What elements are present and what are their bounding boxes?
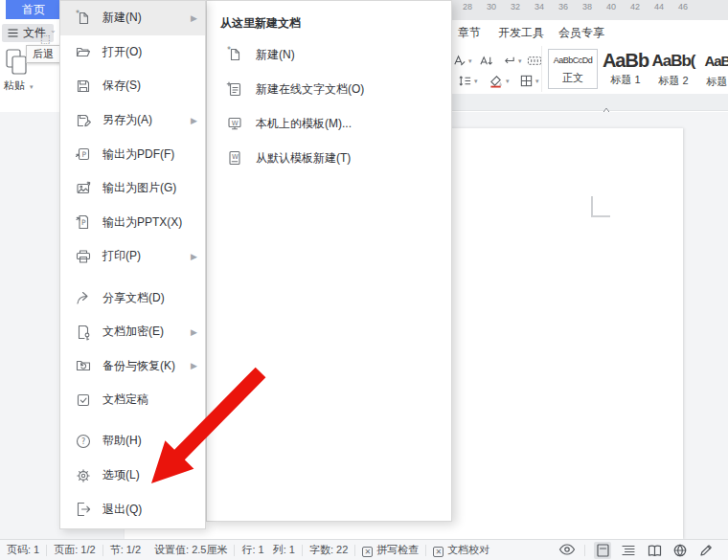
text-tool-icon[interactable]: ▾	[452, 54, 472, 68]
ruler-number: 30	[485, 2, 498, 11]
menu-group-divider	[60, 274, 205, 281]
status-word-count[interactable]: 字数: 22	[303, 543, 354, 557]
menu-item-open[interactable]: 打开(O)	[60, 35, 205, 70]
menu-item-print[interactable]: 打印(P) ▶	[60, 239, 205, 274]
status-line: 行: 1	[235, 543, 270, 557]
paragraph-marks-icon[interactable]	[527, 54, 542, 68]
ruler-number: 28	[461, 2, 474, 11]
submenu-arrow-icon: ▶	[191, 327, 197, 337]
svg-text:?: ?	[81, 437, 85, 446]
submenu-item-label: 从默认模板新建(T)	[256, 150, 351, 167]
style-sample: AaBb	[602, 49, 649, 72]
status-column: 列: 1	[271, 543, 302, 557]
menu-item-label: 文档加密(E)	[102, 324, 191, 340]
sort-icon[interactable]	[479, 54, 493, 68]
style-name: 标题 1	[602, 73, 649, 87]
submenu-arrow-icon: ▶	[191, 13, 197, 23]
style-heading2[interactable]: AaBb( 标题 2	[649, 49, 697, 89]
help-icon: ?	[75, 433, 92, 450]
menu-item-save[interactable]: 保存(S)	[60, 69, 205, 103]
wps-writer-window: 章节 开发工具 会员专享 查找命令、搜索模板 ▾ ▾ ▾ ▾ ▾	[0, 0, 728, 560]
submenu-item-label: 新建(N)	[256, 47, 295, 63]
ruler-number: 36	[557, 2, 570, 11]
ruler-number: 44	[652, 2, 666, 11]
page-view-icon[interactable]	[594, 542, 611, 559]
margin-corner-mark	[591, 196, 610, 217]
submenu-item-label: 本机上的模板(M)...	[256, 116, 352, 132]
new-doc-icon: *	[226, 46, 243, 63]
line-spacing-icon[interactable]: ▾	[458, 74, 478, 88]
menu-item-save-as[interactable]: 另存为(A) ▶	[60, 103, 205, 138]
online-doc-icon	[226, 80, 243, 98]
status-page-number: 页码: 1	[0, 543, 46, 557]
submenu-arrow-icon: ▶	[191, 116, 197, 125]
ink-pencil-icon[interactable]	[697, 542, 715, 559]
menu-item-label: 输出为PPTX(X)	[102, 214, 197, 231]
backup-restore-icon	[75, 357, 92, 374]
outline-view-icon[interactable]	[620, 542, 637, 559]
menu-item-exit[interactable]: 退出(Q)	[60, 492, 205, 526]
proofread-icon: ✕	[433, 547, 444, 557]
status-separator	[584, 545, 585, 556]
share-icon	[75, 289, 92, 306]
menu-item-share[interactable]: 分享文档(D)	[60, 280, 205, 315]
menu-item-export-pptx[interactable]: P 输出为PPTX(X)	[60, 206, 205, 240]
style-heading3[interactable]: AaBb 标题 3	[697, 49, 728, 89]
tab-section[interactable]: 章节	[458, 20, 481, 46]
ruler-number: 32	[509, 2, 522, 11]
borders-icon[interactable]: ▾	[519, 74, 539, 88]
folder-open-icon	[75, 43, 92, 60]
wrap-mark-icon[interactable]: ▾	[502, 54, 522, 68]
style-sample: AaBb(	[649, 49, 697, 73]
eye-protection-icon[interactable]	[558, 543, 576, 558]
submenu-item-local-template[interactable]: W 本机上的模板(M)...	[207, 106, 451, 141]
shading-icon[interactable]: ▾	[489, 74, 510, 88]
style-name: 正文	[549, 71, 597, 85]
menu-item-label: 退出(Q)	[102, 502, 197, 518]
export-pptx-icon: P	[75, 213, 92, 231]
submenu-item-label: 新建在线文字文档(O)	[256, 81, 364, 98]
svg-text:P: P	[82, 150, 87, 159]
tab-home[interactable]: 首页	[6, 0, 61, 19]
submenu-item-new[interactable]: * 新建(N)	[207, 37, 451, 72]
style-name: 标题 2	[649, 74, 697, 88]
chevron-down-icon[interactable]: ⌄	[50, 26, 57, 34]
status-margin-setting[interactable]: 设置值: 2.5厘米	[148, 543, 234, 557]
submenu-item-online-doc[interactable]: 新建在线文字文档(O)	[207, 72, 451, 106]
menu-item-label: 分享文档(D)	[102, 290, 197, 306]
format-painter-partial[interactable]: ⬚	[40, 33, 50, 45]
status-proofread[interactable]: ✕文档校对	[426, 543, 496, 557]
spell-check-icon: ✕	[362, 547, 373, 557]
paste-label: 粘贴 ▾	[4, 78, 34, 93]
svg-text:*: *	[76, 10, 80, 18]
submenu-item-default-template[interactable]: W 从默认模板新建(T)	[207, 141, 451, 175]
encrypt-icon	[75, 324, 92, 341]
svg-text:W: W	[232, 120, 239, 127]
finalize-check-icon	[75, 392, 92, 409]
hamburger-icon	[8, 29, 18, 37]
menu-item-encrypt[interactable]: 文档加密(E) ▶	[60, 315, 205, 349]
style-sample: AaBb	[697, 49, 728, 74]
style-normal[interactable]: AaBbCcDd 正文	[548, 49, 598, 89]
menu-item-label: 打印(P)	[102, 248, 191, 264]
ruler-number: 40	[604, 2, 618, 11]
status-spell-check[interactable]: ✕拼写检查	[355, 543, 425, 557]
menu-item-export-image[interactable]: 输出为图片(G)	[60, 171, 205, 206]
default-template-icon: W	[226, 149, 243, 167]
menu-item-label: 另存为(A)	[102, 112, 191, 128]
book-view-icon[interactable]	[646, 542, 663, 559]
svg-text:W: W	[232, 153, 239, 161]
red-arrow-annotation	[132, 367, 276, 496]
tab-dev-tools[interactable]: 开发工具	[498, 20, 544, 46]
style-heading1[interactable]: AaBb 标题 1	[602, 49, 649, 89]
menu-item-export-pdf[interactable]: P 输出为PDF(F)	[60, 137, 205, 171]
status-bar: 页码: 1 页面: 1/2 节: 1/2 设置值: 2.5厘米 行: 1 列: …	[0, 539, 728, 560]
ruler-number: 46	[676, 2, 690, 11]
printer-icon	[75, 248, 92, 265]
submenu-arrow-icon: ▶	[191, 252, 197, 261]
tab-member[interactable]: 会员专享	[558, 20, 604, 46]
save-as-icon	[75, 112, 92, 129]
status-page[interactable]: 页面: 1/2	[47, 543, 102, 557]
web-view-icon[interactable]	[671, 542, 689, 559]
menu-item-new[interactable]: * 新建(N) ▶	[60, 1, 205, 35]
